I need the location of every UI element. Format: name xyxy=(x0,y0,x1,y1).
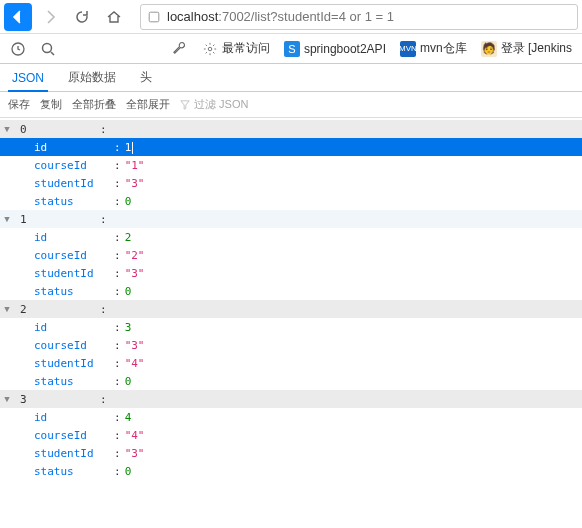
arrow-left-icon xyxy=(10,9,26,25)
url-text: localhost:7002/list?studentId=4 or 1 = 1 xyxy=(167,9,571,24)
favicon-icon: S xyxy=(284,41,300,57)
chevron-down-icon: ▼ xyxy=(0,214,14,224)
tool-collapse-all[interactable]: 全部折叠 xyxy=(72,97,116,112)
json-object-row[interactable]: ▼3: xyxy=(0,390,582,408)
favicon-icon: MVN xyxy=(400,41,416,57)
json-property-row[interactable]: studentId:"3" xyxy=(0,264,582,282)
funnel-icon xyxy=(180,100,190,110)
bookmark-label: 最常访问 xyxy=(222,40,270,57)
home-button[interactable] xyxy=(100,3,128,31)
gear-icon xyxy=(202,41,218,57)
svg-point-2 xyxy=(43,43,52,52)
tab-raw[interactable]: 原始数据 xyxy=(64,63,120,91)
json-object-row[interactable]: ▼2: xyxy=(0,300,582,318)
svg-rect-0 xyxy=(149,12,159,22)
json-property-row[interactable]: status:0 xyxy=(0,282,582,300)
filter-placeholder: 过滤 JSON xyxy=(194,97,248,112)
json-property-row[interactable]: courseId:"2" xyxy=(0,246,582,264)
json-property-row[interactable]: status:0 xyxy=(0,372,582,390)
bookmark-springboot[interactable]: S springboot2API xyxy=(278,38,392,60)
search-button[interactable] xyxy=(34,36,62,62)
tool-copy[interactable]: 复制 xyxy=(40,97,62,112)
page-info-icon[interactable] xyxy=(147,10,161,24)
bookmark-jenkins[interactable]: 🧑 登录 [Jenkins xyxy=(475,37,578,60)
json-tree: ▼0:id:1courseId:"1"studentId:"3"status:0… xyxy=(0,118,582,488)
json-property-row[interactable]: id:2 xyxy=(0,228,582,246)
json-property-row[interactable]: id:4 xyxy=(0,408,582,426)
bookmarks-bar: 最常访问 S springboot2API MVN mvn仓库 🧑 登录 [Je… xyxy=(0,34,582,64)
favicon-icon: 🧑 xyxy=(481,41,497,57)
svg-point-3 xyxy=(208,47,212,51)
bookmark-label: 登录 [Jenkins xyxy=(501,40,572,57)
forward-button[interactable] xyxy=(36,3,64,31)
tool-save[interactable]: 保存 xyxy=(8,97,30,112)
tab-headers[interactable]: 头 xyxy=(136,63,156,91)
json-property-row[interactable]: courseId:"3" xyxy=(0,336,582,354)
json-property-row[interactable]: studentId:"3" xyxy=(0,444,582,462)
json-property-row[interactable]: courseId:"4" xyxy=(0,426,582,444)
chevron-down-icon: ▼ xyxy=(0,124,14,134)
bookmark-label: mvn仓库 xyxy=(420,40,467,57)
wrench-icon xyxy=(172,41,187,56)
tab-json[interactable]: JSON xyxy=(8,65,48,92)
search-icon xyxy=(40,41,56,57)
json-property-row[interactable]: studentId:"3" xyxy=(0,174,582,192)
devtools-tabs: JSON 原始数据 头 xyxy=(0,64,582,92)
nav-bar: localhost:7002/list?studentId=4 or 1 = 1 xyxy=(0,0,582,34)
json-property-row[interactable]: id:1 xyxy=(0,138,582,156)
url-bar[interactable]: localhost:7002/list?studentId=4 or 1 = 1 xyxy=(140,4,578,30)
json-object-row[interactable]: ▼1: xyxy=(0,210,582,228)
json-property-row[interactable]: id:3 xyxy=(0,318,582,336)
bookmark-label: springboot2API xyxy=(304,42,386,56)
bookmark-frequent[interactable]: 最常访问 xyxy=(196,37,276,60)
json-filter[interactable]: 过滤 JSON xyxy=(180,97,248,112)
back-button[interactable] xyxy=(4,3,32,31)
history-button[interactable] xyxy=(4,36,32,62)
chevron-down-icon: ▼ xyxy=(0,304,14,314)
arrow-right-icon xyxy=(42,9,58,25)
reload-icon xyxy=(74,9,90,25)
clock-icon xyxy=(10,41,26,57)
json-property-row[interactable]: status:0 xyxy=(0,462,582,480)
json-property-row[interactable]: status:0 xyxy=(0,192,582,210)
bookmark-mvn[interactable]: MVN mvn仓库 xyxy=(394,37,473,60)
tool-expand-all[interactable]: 全部展开 xyxy=(126,97,170,112)
json-property-row[interactable]: courseId:"1" xyxy=(0,156,582,174)
json-property-row[interactable]: studentId:"4" xyxy=(0,354,582,372)
json-object-row[interactable]: ▼0: xyxy=(0,120,582,138)
home-icon xyxy=(106,9,122,25)
devtools-button[interactable] xyxy=(166,36,194,62)
chevron-down-icon: ▼ xyxy=(0,394,14,404)
reload-button[interactable] xyxy=(68,3,96,31)
json-tools: 保存 复制 全部折叠 全部展开 过滤 JSON xyxy=(0,92,582,118)
